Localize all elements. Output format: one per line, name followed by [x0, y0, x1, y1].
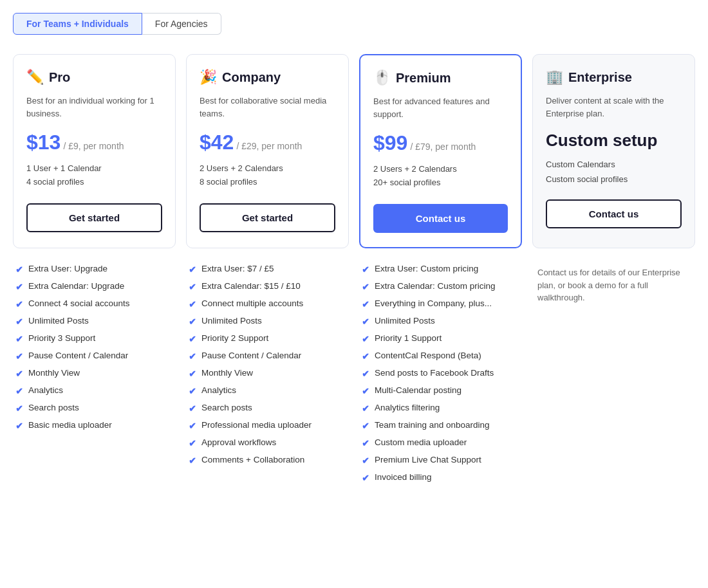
- enterprise-feat1: Custom Calendars: [546, 160, 682, 169]
- pro-price-sub: / £9, per month: [63, 141, 124, 151]
- feature-text: Priority 3 Support: [28, 333, 95, 343]
- plan-card-company: 🎉 Company Best for collaborative social …: [186, 54, 349, 248]
- list-item: ✔Premium Live Chat Support: [362, 455, 519, 466]
- list-item: ✔Pause Content / Calendar: [15, 351, 173, 362]
- premium-emoji: 🖱️: [373, 69, 391, 86]
- list-item: ✔Extra User: Custom pricing: [362, 264, 519, 275]
- check-icon: ✔: [362, 351, 369, 362]
- feature-text: Custom media uploader: [375, 437, 467, 447]
- premium-name: Premium: [396, 71, 451, 86]
- feature-text: Extra Calendar: Upgrade: [28, 281, 124, 291]
- plan-card-pro: ✏️ Pro Best for an individual working fo…: [13, 54, 176, 248]
- enterprise-name: Enterprise: [568, 70, 632, 85]
- tab-bar: For Teams + Individuals For Agencies: [13, 13, 695, 35]
- feature-text: Professional media uploader: [201, 420, 312, 430]
- feature-text: ContentCal Respond (Beta): [375, 351, 481, 360]
- pro-emoji: ✏️: [26, 69, 44, 86]
- premium-detail2: 20+ social profiles: [373, 178, 508, 187]
- feature-text: Analytics filtering: [375, 403, 440, 412]
- list-item: ✔Priority 2 Support: [189, 333, 346, 344]
- check-icon: ✔: [362, 421, 369, 431]
- check-icon: ✔: [189, 386, 196, 396]
- list-item: ✔Multi-Calendar posting: [362, 385, 519, 396]
- list-item: ✔Extra User: $7 / £5: [189, 264, 346, 275]
- check-icon: ✔: [15, 421, 23, 431]
- premium-cta-button[interactable]: Contact us: [373, 204, 508, 233]
- company-price-main: $42: [200, 131, 234, 154]
- pro-name: Pro: [49, 70, 70, 85]
- feature-text: Unlimited Posts: [28, 316, 89, 326]
- list-item: ✔Analytics: [189, 385, 346, 396]
- check-icon: ✔: [189, 455, 196, 466]
- features-grid: ✔Extra User: Upgrade✔Extra Calendar: Upg…: [13, 264, 695, 490]
- check-icon: ✔: [362, 299, 369, 309]
- enterprise-feat2: Custom social profiles: [546, 174, 682, 184]
- list-item: ✔Extra User: Upgrade: [15, 264, 173, 275]
- feature-text: Premium Live Chat Support: [375, 455, 481, 464]
- tab-teams[interactable]: For Teams + Individuals: [13, 13, 142, 35]
- feature-text: Analytics: [201, 385, 236, 395]
- pro-feature-list: ✔Extra User: Upgrade✔Extra Calendar: Upg…: [13, 264, 176, 490]
- check-icon: ✔: [362, 334, 369, 344]
- feature-text: Team training and onboarding: [375, 420, 490, 430]
- feature-text: Monthly View: [28, 368, 80, 378]
- list-item: ✔Search posts: [189, 403, 346, 414]
- plan-header-enterprise: 🏢 Enterprise: [546, 69, 682, 86]
- premium-description: Best for advanced features and support.: [373, 95, 508, 121]
- company-feature-list: ✔Extra User: $7 / £5✔Extra Calendar: $15…: [186, 264, 349, 490]
- list-item: ✔Extra Calendar: Custom pricing: [362, 281, 519, 292]
- list-item: ✔Everything in Company, plus...: [362, 299, 519, 309]
- feature-text: Connect multiple accounts: [201, 299, 303, 308]
- check-icon: ✔: [362, 473, 369, 483]
- list-item: ✔Unlimited Posts: [362, 316, 519, 327]
- check-icon: ✔: [362, 369, 369, 379]
- list-item: ✔Monthly View: [15, 368, 173, 379]
- check-icon: ✔: [15, 334, 23, 344]
- check-icon: ✔: [15, 299, 23, 309]
- check-icon: ✔: [189, 369, 196, 379]
- check-icon: ✔: [189, 299, 196, 309]
- check-icon: ✔: [189, 421, 196, 431]
- pro-description: Best for an individual working for 1 bus…: [26, 95, 162, 120]
- check-icon: ✔: [15, 386, 23, 396]
- list-item: ✔Priority 1 Support: [362, 333, 519, 344]
- feature-text: Unlimited Posts: [201, 316, 262, 326]
- list-item: ✔Team training and onboarding: [362, 420, 519, 431]
- list-item: ✔Send posts to Facebook Drafts: [362, 368, 519, 379]
- premium-detail1: 2 Users + 2 Calendars: [373, 164, 508, 174]
- premium-price: $99/ £79, per month: [373, 131, 508, 155]
- list-item: ✔Custom media uploader: [362, 437, 519, 448]
- check-icon: ✔: [15, 264, 23, 275]
- check-icon: ✔: [362, 386, 369, 396]
- feature-text: Extra User: Custom pricing: [375, 264, 478, 273]
- feature-text: Comments + Collaboration: [201, 455, 304, 464]
- tab-agencies[interactable]: For Agencies: [142, 13, 221, 35]
- enterprise-cta-button[interactable]: Contact us: [546, 199, 682, 228]
- pro-cta-button[interactable]: Get started: [26, 203, 162, 232]
- pro-detail2: 4 social profiles: [26, 177, 162, 187]
- enterprise-note: Contact us for details of our Enterprise…: [535, 264, 693, 307]
- list-item: ✔Professional media uploader: [189, 420, 346, 431]
- enterprise-custom-setup: Custom setup: [546, 131, 682, 151]
- check-icon: ✔: [15, 317, 23, 327]
- feature-text: Unlimited Posts: [375, 316, 435, 326]
- feature-text: Priority 1 Support: [375, 333, 442, 343]
- feature-text: Basic media uploader: [28, 420, 112, 430]
- check-icon: ✔: [15, 403, 23, 414]
- company-cta-button[interactable]: Get started: [200, 203, 335, 232]
- premium-price-main: $99: [373, 131, 407, 154]
- list-item: ✔Connect 4 social accounts: [15, 299, 173, 309]
- list-item: ✔Search posts: [15, 403, 173, 414]
- company-price: $42/ £29, per month: [200, 131, 335, 154]
- feature-text: Search posts: [201, 403, 252, 412]
- plan-card-enterprise: 🏢 Enterprise Deliver content at scale wi…: [532, 54, 695, 248]
- check-icon: ✔: [362, 317, 369, 327]
- check-icon: ✔: [15, 351, 23, 362]
- list-item: ✔Extra Calendar: $15 / £10: [189, 281, 346, 292]
- feature-text: Multi-Calendar posting: [375, 385, 461, 395]
- company-detail1: 2 Users + 2 Calendars: [200, 163, 335, 173]
- check-icon: ✔: [189, 334, 196, 344]
- plan-card-premium: 🖱️ Premium Best for advanced features an…: [359, 54, 522, 248]
- check-icon: ✔: [189, 403, 196, 414]
- feature-text: Invoiced billing: [375, 472, 432, 482]
